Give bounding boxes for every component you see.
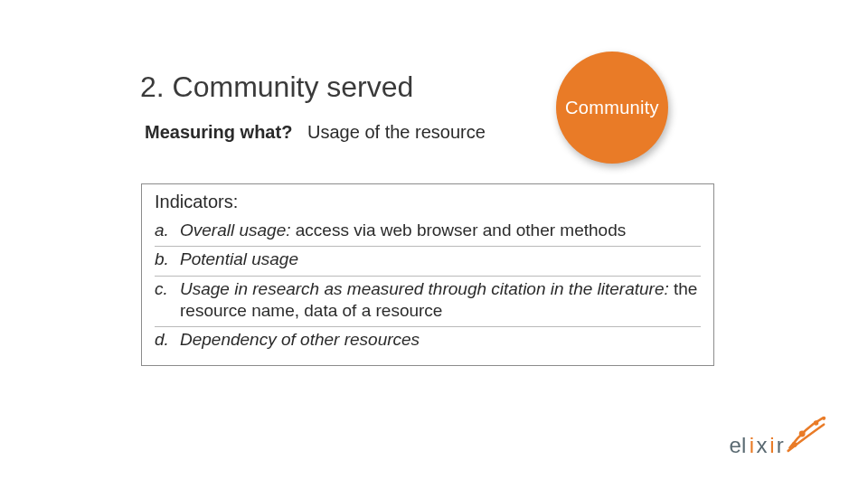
- list-item: c. Usage in research as measured through…: [155, 277, 701, 328]
- item-text: Usage in research as measured through ci…: [180, 278, 701, 323]
- item-text: Dependency of other resources: [180, 329, 420, 351]
- list-item: d. Dependency of other resources: [155, 327, 701, 355]
- svg-point-1: [814, 420, 818, 425]
- indicators-list: a. Overall usage: access via web browser…: [155, 218, 701, 356]
- svg-text:r: r: [777, 433, 784, 457]
- item-text: Overall usage: access via web browser an…: [180, 220, 626, 241]
- list-item: a. Overall usage: access via web browser…: [155, 218, 701, 247]
- svg-point-2: [822, 417, 826, 420]
- community-badge: Community: [556, 52, 668, 164]
- measuring-value: Usage of the resource: [307, 122, 486, 142]
- svg-text:x: x: [757, 433, 768, 457]
- measuring-subtitle: Measuring what? Usage of the resource: [145, 122, 486, 143]
- slide: 2. Community served Community Measuring …: [0, 0, 868, 488]
- svg-text:i: i: [750, 433, 754, 457]
- svg-text:i: i: [769, 433, 774, 457]
- community-badge-label: Community: [565, 98, 659, 118]
- list-item: b. Potential usage: [155, 247, 701, 276]
- slide-title: 2. Community served: [140, 70, 413, 104]
- measuring-label: Measuring what?: [145, 122, 292, 142]
- svg-point-0: [799, 431, 806, 437]
- item-marker: a.: [155, 220, 180, 241]
- elixir-logo: el i x i r: [722, 412, 830, 466]
- item-text: Potential usage: [180, 249, 298, 270]
- item-marker: c.: [155, 278, 180, 323]
- svg-point-3: [792, 442, 797, 447]
- indicators-box: Indicators: a. Overall usage: access via…: [141, 183, 714, 366]
- item-marker: d.: [155, 329, 180, 351]
- indicators-heading: Indicators:: [155, 192, 701, 212]
- item-marker: b.: [155, 249, 180, 270]
- svg-text:el: el: [730, 433, 747, 457]
